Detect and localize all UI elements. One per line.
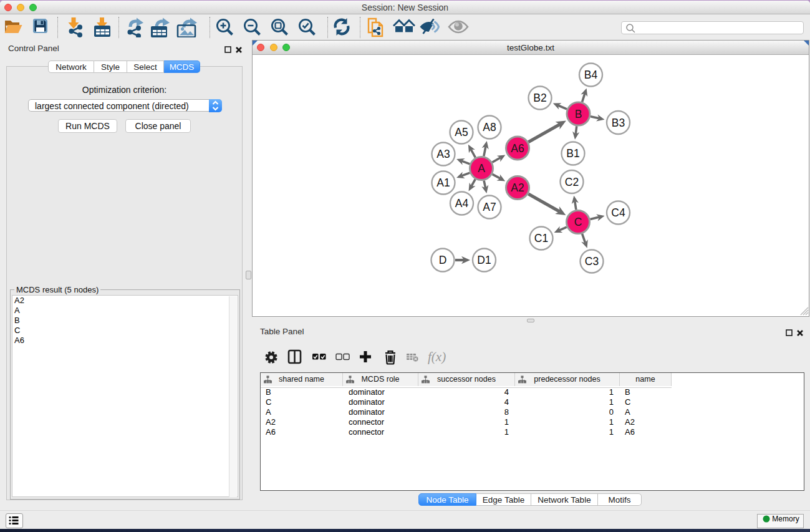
svg-text:C4: C4 [611,206,625,219]
svg-text:B2: B2 [533,92,546,104]
svg-text:C2: C2 [565,176,579,188]
svg-text:B1: B1 [566,147,579,160]
svg-text:A8: A8 [483,121,496,133]
svg-text:A2: A2 [511,181,524,194]
svg-text:B4: B4 [584,69,598,81]
svg-text:A1: A1 [436,177,450,189]
svg-text:A5: A5 [455,126,468,138]
svg-text:C: C [574,216,582,228]
svg-text:A6: A6 [511,142,524,155]
svg-text:A7: A7 [483,201,496,213]
svg-text:D: D [439,254,447,266]
svg-text:A: A [478,162,485,175]
svg-text:A4: A4 [455,197,469,210]
svg-text:B: B [575,108,582,120]
svg-text:A3: A3 [436,148,450,160]
svg-text:C1: C1 [534,232,548,244]
svg-text:f(x): f(x) [428,349,446,364]
svg-text:D1: D1 [477,254,491,266]
svg-text:C3: C3 [585,255,599,268]
svg-text:B3: B3 [612,117,625,129]
